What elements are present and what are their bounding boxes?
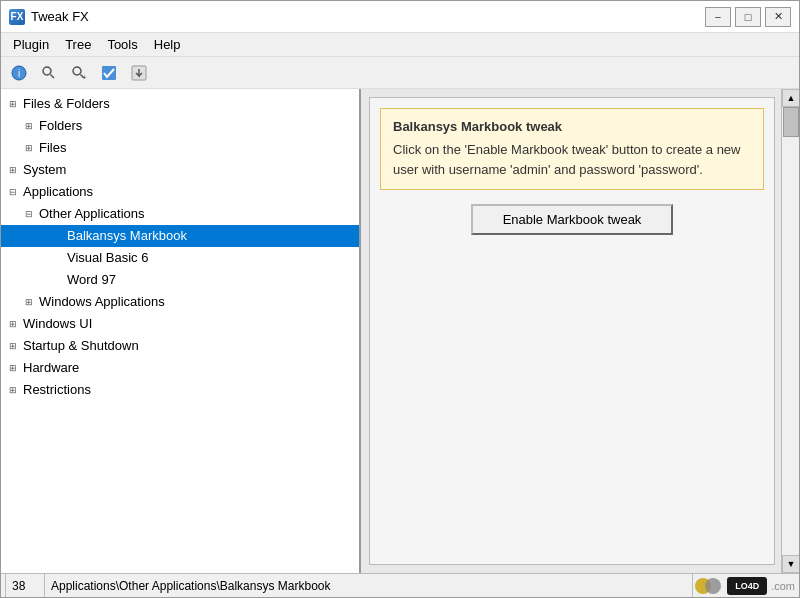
tree-item-word97[interactable]: Word 97 bbox=[1, 269, 359, 291]
svg-point-2 bbox=[43, 67, 51, 75]
tree-item-balkansys-markbook[interactable]: Balkansys Markbook bbox=[1, 225, 359, 247]
tree-label: Startup & Shutdown bbox=[21, 336, 139, 356]
window-controls: − □ ✕ bbox=[705, 7, 791, 27]
menu-tree[interactable]: Tree bbox=[57, 35, 99, 54]
expander-windows-apps[interactable]: ⊞ bbox=[21, 294, 37, 310]
tree-label: Windows Applications bbox=[37, 292, 165, 312]
scroll-up-button[interactable]: ▲ bbox=[782, 89, 799, 107]
check-button[interactable] bbox=[95, 60, 123, 86]
tree-item-startup-shutdown[interactable]: ⊞ Startup & Shutdown bbox=[1, 335, 359, 357]
tree-item-files-folders[interactable]: ⊞ Files & Folders bbox=[1, 93, 359, 115]
tree-item-applications[interactable]: ⊟ Applications bbox=[1, 181, 359, 203]
tree-label: Windows UI bbox=[21, 314, 92, 334]
expander-other-applications[interactable]: ⊟ bbox=[21, 206, 37, 222]
tree-item-restrictions[interactable]: ⊞ Restrictions bbox=[1, 379, 359, 401]
maximize-button[interactable]: □ bbox=[735, 7, 761, 27]
expander-files[interactable]: ⊞ bbox=[21, 140, 37, 156]
expander-system[interactable]: ⊞ bbox=[5, 162, 21, 178]
search-button[interactable] bbox=[35, 60, 63, 86]
search2-button[interactable]: + bbox=[65, 60, 93, 86]
tree-item-folders[interactable]: ⊞ Folders bbox=[1, 115, 359, 137]
status-bar: 38 Applications\Other Applications\Balka… bbox=[1, 573, 799, 597]
expander-files-folders[interactable]: ⊞ bbox=[5, 96, 21, 112]
tree-item-hardware[interactable]: ⊞ Hardware bbox=[1, 357, 359, 379]
tree-item-other-applications[interactable]: ⊟ Other Applications bbox=[1, 203, 359, 225]
tree-item-windows-ui[interactable]: ⊞ Windows UI bbox=[1, 313, 359, 335]
tree-label: Files & Folders bbox=[21, 94, 110, 114]
expander-applications[interactable]: ⊟ bbox=[5, 184, 21, 200]
main-content: ⊞ Files & Folders ⊞ Folders ⊞ Files ⊞ Sy… bbox=[1, 89, 799, 573]
tree-label: Applications bbox=[21, 182, 93, 202]
right-panel: Balkansys Markbook tweak Click on the 'E… bbox=[361, 89, 799, 573]
close-button[interactable]: ✕ bbox=[765, 7, 791, 27]
svg-point-11 bbox=[705, 578, 721, 594]
menu-plugin[interactable]: Plugin bbox=[5, 35, 57, 54]
expander-restrictions[interactable]: ⊞ bbox=[5, 382, 21, 398]
main-window: FX Tweak FX − □ ✕ Plugin Tree Tools Help… bbox=[0, 0, 800, 598]
expander-folders[interactable]: ⊞ bbox=[21, 118, 37, 134]
lo4d-domain: .com bbox=[771, 580, 795, 592]
app-icon: FX bbox=[9, 9, 25, 25]
menu-bar: Plugin Tree Tools Help bbox=[1, 33, 799, 57]
window-title: Tweak FX bbox=[31, 9, 89, 24]
expander-balkansys bbox=[49, 228, 65, 244]
download-button[interactable] bbox=[125, 60, 153, 86]
info-box: Balkansys Markbook tweak Click on the 'E… bbox=[380, 108, 764, 190]
svg-text:+: + bbox=[82, 73, 87, 81]
menu-tools[interactable]: Tools bbox=[99, 35, 145, 54]
expander-windows-ui[interactable]: ⊞ bbox=[5, 316, 21, 332]
expander-startup-shutdown[interactable]: ⊞ bbox=[5, 338, 21, 354]
scrollbar-thumb[interactable] bbox=[783, 107, 799, 137]
tree-label: Balkansys Markbook bbox=[65, 226, 187, 246]
tree-item-files[interactable]: ⊞ Files bbox=[1, 137, 359, 159]
tree-label: Word 97 bbox=[65, 270, 116, 290]
status-path: Applications\Other Applications\Balkansy… bbox=[45, 574, 693, 597]
lo4d-badge: LO4D .com bbox=[693, 576, 795, 596]
info-box-text: Click on the 'Enable Markbook tweak' but… bbox=[393, 140, 751, 179]
tree-item-windows-apps[interactable]: ⊞ Windows Applications bbox=[1, 291, 359, 313]
tree-label: Other Applications bbox=[37, 204, 145, 224]
scroll-down-button[interactable]: ▼ bbox=[782, 555, 799, 573]
svg-line-3 bbox=[51, 74, 55, 78]
menu-help[interactable]: Help bbox=[146, 35, 189, 54]
expander-hardware[interactable]: ⊞ bbox=[5, 360, 21, 376]
title-bar: FX Tweak FX − □ ✕ bbox=[1, 1, 799, 33]
expander-word97 bbox=[49, 272, 65, 288]
tree-panel: ⊞ Files & Folders ⊞ Folders ⊞ Files ⊞ Sy… bbox=[1, 89, 361, 573]
tree-label: Restrictions bbox=[21, 380, 91, 400]
tree-item-system[interactable]: ⊞ System bbox=[1, 159, 359, 181]
tree-label: System bbox=[21, 160, 66, 180]
svg-text:i: i bbox=[18, 68, 20, 79]
status-number: 38 bbox=[5, 574, 45, 597]
toolbar: i + bbox=[1, 57, 799, 89]
lo4d-logo: LO4D bbox=[727, 577, 767, 595]
title-bar-left: FX Tweak FX bbox=[9, 9, 89, 25]
right-scrollbar: ▲ ▼ bbox=[781, 89, 799, 573]
minimize-button[interactable]: − bbox=[705, 7, 731, 27]
scrollbar-track bbox=[782, 107, 799, 555]
right-panel-inner: Balkansys Markbook tweak Click on the 'E… bbox=[369, 97, 775, 565]
info-box-title: Balkansys Markbook tweak bbox=[393, 119, 751, 134]
enable-markbook-button[interactable]: Enable Markbook tweak bbox=[471, 204, 674, 235]
tree-label: Visual Basic 6 bbox=[65, 248, 148, 268]
tree-item-vb6[interactable]: Visual Basic 6 bbox=[1, 247, 359, 269]
svg-point-4 bbox=[73, 67, 81, 75]
tree-label: Files bbox=[37, 138, 66, 158]
tree-label: Hardware bbox=[21, 358, 79, 378]
expander-vb6 bbox=[49, 250, 65, 266]
back-button[interactable]: i bbox=[5, 60, 33, 86]
tree-label: Folders bbox=[37, 116, 82, 136]
